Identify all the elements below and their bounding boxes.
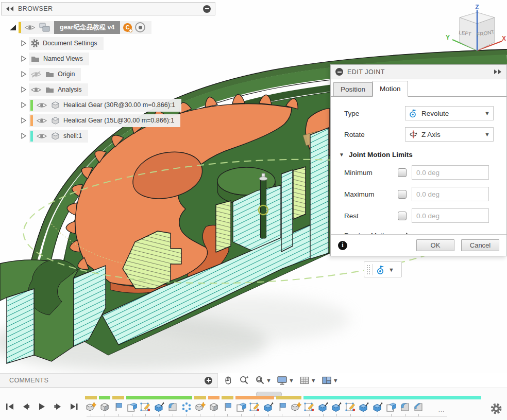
- chevron-down-icon[interactable]: ▼: [311, 377, 316, 383]
- activate-component-radio[interactable]: [135, 22, 145, 32]
- timeline-feature-extrude[interactable]: [331, 401, 342, 413]
- timeline-feature-flag[interactable]: [112, 401, 124, 413]
- viewports-tool[interactable]: ▼: [320, 375, 340, 386]
- timeline-feature-body[interactable]: [208, 401, 219, 413]
- chevron-down-icon[interactable]: ▼: [388, 267, 394, 273]
- timeline-group-bar-teal[interactable]: [303, 396, 481, 399]
- collapsed-arrow-icon[interactable]: [20, 70, 27, 78]
- timeline-group-bar-green[interactable]: [99, 396, 111, 399]
- maximum-input[interactable]: [412, 187, 489, 201]
- eye-icon[interactable]: [36, 132, 47, 140]
- step-back-button[interactable]: [20, 402, 31, 411]
- timeline-feature-sketch[interactable]: [249, 401, 260, 413]
- ok-button[interactable]: OK: [416, 239, 454, 251]
- timeline-group-bar-green[interactable]: [126, 396, 193, 399]
- browser-root-row[interactable]: gear纪念品教程 v4 C: [8, 21, 151, 34]
- browser-row-named-views[interactable]: Named Views: [20, 52, 89, 65]
- display-settings-tool[interactable]: ▼: [275, 374, 296, 387]
- root-component-label[interactable]: gear纪念品教程 v4: [54, 21, 120, 34]
- pan-tool[interactable]: [222, 374, 235, 387]
- timeline-feature-sketch[interactable]: [140, 401, 151, 413]
- browser-row-gear-30r[interactable]: Healical Gear (30R@30.00 m=0.866):1: [20, 98, 181, 112]
- timeline-feature-extrude[interactable]: [154, 401, 165, 413]
- go-to-start-button[interactable]: [4, 402, 15, 411]
- minimum-input[interactable]: [412, 165, 489, 180]
- drag-handle[interactable]: [366, 265, 370, 275]
- collapse-panel-icon[interactable]: [6, 6, 14, 12]
- go-to-end-button[interactable]: [68, 402, 79, 411]
- expand-dialog-icon[interactable]: [494, 69, 502, 75]
- timeline-feature-box[interactable]: [385, 401, 397, 413]
- eye-hidden-icon[interactable]: [30, 71, 42, 78]
- collapsed-arrow-icon[interactable]: [20, 101, 27, 109]
- step-forward-button[interactable]: [52, 402, 63, 411]
- timeline-feature-new-component[interactable]: [290, 401, 301, 413]
- minimize-browser-icon[interactable]: [203, 5, 211, 13]
- collapsed-arrow-icon[interactable]: [20, 55, 27, 63]
- browser-row-shell[interactable]: shell:1: [20, 129, 88, 143]
- timeline-feature-extrude[interactable]: [358, 401, 369, 413]
- grids-snaps-tool[interactable]: ▼: [298, 374, 318, 387]
- timeline-feature-fillet[interactable]: [167, 401, 178, 413]
- collapsed-arrow-icon[interactable]: [20, 116, 27, 125]
- eye-icon[interactable]: [36, 117, 47, 125]
- timeline-group-bar-orange[interactable]: [235, 396, 275, 399]
- browser-row-gear-15l[interactable]: Healical Gear (15L@30.00 m=0.866):1: [20, 114, 180, 127]
- browser-row-analysis[interactable]: Analysis: [20, 83, 88, 96]
- timeline-feature-extrude[interactable]: [317, 401, 329, 413]
- rotate-dropdown[interactable]: Z Axis ▼: [405, 127, 494, 142]
- cancel-button[interactable]: Cancel: [461, 239, 499, 251]
- minimize-dialog-icon[interactable]: [335, 68, 343, 76]
- timeline-feature-circular-pattern[interactable]: [181, 401, 192, 413]
- info-icon[interactable]: i: [338, 241, 347, 250]
- collapsed-arrow-icon[interactable]: [20, 85, 27, 94]
- joint-motion-limits-section[interactable]: ▼ Joint Motion Limits: [331, 146, 506, 161]
- eye-icon[interactable]: [24, 24, 36, 31]
- timeline-group-bar-yellow[interactable]: [222, 396, 233, 399]
- joint-mini-toolbar[interactable]: ▼: [364, 261, 402, 277]
- collapsed-arrow-icon[interactable]: [20, 39, 27, 47]
- timeline-feature-extrude[interactable]: [372, 401, 383, 413]
- play-button[interactable]: [36, 402, 47, 411]
- expanded-arrow-icon[interactable]: [8, 23, 16, 31]
- timeline-feature-new-component[interactable]: [194, 401, 206, 413]
- timeline-group-bar-yellow[interactable]: [85, 396, 97, 399]
- timeline-feature-sketch[interactable]: [345, 401, 356, 413]
- type-dropdown[interactable]: Revolute ▼: [405, 106, 494, 120]
- timeline-feature-chamfer[interactable]: [413, 401, 424, 413]
- browser-row-document-settings[interactable]: Document Settings: [20, 37, 104, 50]
- timeline-feature-new-component[interactable]: [85, 401, 96, 413]
- browser-row-origin[interactable]: Origin: [20, 67, 81, 81]
- dialog-header[interactable]: EDIT JOINT: [331, 65, 506, 79]
- add-comment-icon[interactable]: [205, 377, 212, 384]
- chevron-down-icon[interactable]: ▼: [333, 377, 339, 383]
- timeline-group-bar-yellow[interactable]: [112, 396, 124, 399]
- timeline-group-bar-yellow[interactable]: [276, 396, 301, 399]
- minimum-checkbox[interactable]: [398, 168, 407, 177]
- eye-icon[interactable]: [36, 101, 47, 109]
- timeline-group-bar-yellow[interactable]: [194, 396, 206, 399]
- timeline-settings-button[interactable]: [490, 402, 502, 417]
- eye-icon[interactable]: [30, 86, 42, 94]
- timeline-feature-body[interactable]: [99, 401, 110, 413]
- revolute-joint-icon[interactable]: [376, 265, 386, 275]
- rest-input[interactable]: [412, 208, 489, 223]
- chevron-down-icon[interactable]: ▼: [289, 377, 294, 383]
- fit-tool[interactable]: ▼: [253, 374, 273, 387]
- zoom-tool[interactable]: [237, 374, 251, 387]
- collapsed-arrow-icon[interactable]: [20, 132, 27, 140]
- timeline-feature-flag[interactable]: [276, 401, 288, 413]
- timeline-group-bar-orange[interactable]: [208, 396, 220, 399]
- view-cube[interactable]: LEFT FRONT Z Y X: [441, 3, 506, 61]
- timeline-feature-box[interactable]: [126, 401, 138, 413]
- maximum-checkbox[interactable]: [398, 190, 407, 199]
- timeline-feature-sketch[interactable]: [303, 401, 315, 413]
- timeline-feature-flag[interactable]: [222, 401, 233, 413]
- tab-position[interactable]: Position: [333, 82, 373, 96]
- rest-checkbox[interactable]: [398, 212, 407, 220]
- chevron-down-icon[interactable]: ▼: [266, 377, 272, 383]
- timeline-feature-fillet[interactable]: [399, 401, 411, 413]
- timeline-feature-box[interactable]: [235, 401, 247, 413]
- timeline-feature-extrude[interactable]: [263, 401, 274, 413]
- tab-motion[interactable]: Motion: [373, 81, 408, 97]
